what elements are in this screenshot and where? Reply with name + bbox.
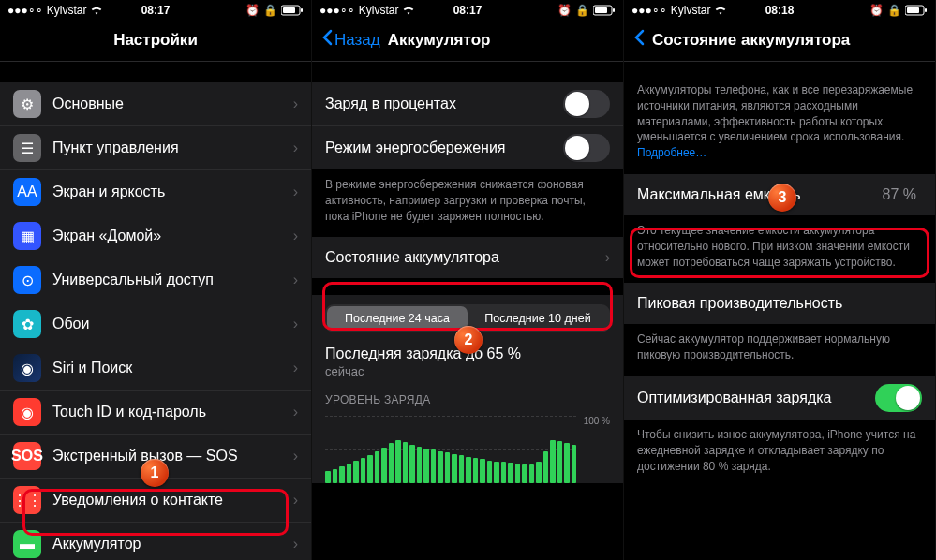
row-label: Состояние аккумулятора <box>325 249 605 266</box>
settings-row-grid[interactable]: ▦Экран «Домой»› <box>0 214 311 258</box>
chart-bar <box>375 451 380 484</box>
page-title: Аккумулятор <box>388 31 491 50</box>
row-label: Пиковая производительность <box>637 295 922 312</box>
chart-bar <box>550 440 556 484</box>
status-time: 08:18 <box>624 4 935 17</box>
switch[interactable] <box>563 90 610 118</box>
status-bar: ●●●∘∘ Kyivstar 08:17 ⏰ 🔒 <box>0 0 311 19</box>
switch[interactable] <box>875 384 922 412</box>
screen-settings: ●●●∘∘ Kyivstar 08:17 ⏰ 🔒 Настройки ⚙Осно… <box>0 0 312 560</box>
toggle-footer: В режиме энергосбережения снижается фоно… <box>312 169 623 237</box>
flower-icon: ✿ <box>13 310 41 338</box>
row-label: Уведомления о контакте <box>52 492 293 508</box>
step-badge-3: 3 <box>768 184 796 212</box>
chart-title: УРОВЕНЬ ЗАРЯДА <box>312 388 623 412</box>
peak-performance-row: Пиковая производительность <box>624 283 935 324</box>
settings-row-battery[interactable]: ▬Аккумулятор› <box>0 523 311 560</box>
siri-icon: ◉ <box>13 354 41 382</box>
page-title: Настройки <box>0 31 311 50</box>
chart-bar <box>487 461 493 483</box>
settings-row-finger[interactable]: ◉Touch ID и код-пароль› <box>0 391 311 435</box>
toggle-label: Заряд в процентах <box>325 96 563 112</box>
row-label: Экстренный вызов — SOS <box>52 448 293 464</box>
settings-row-person[interactable]: ⊙Универсальный доступ› <box>0 258 311 302</box>
chart-bar <box>423 449 429 483</box>
chevron-right-icon: › <box>293 404 298 420</box>
step-badge-1: 1 <box>141 459 169 487</box>
chart-bar <box>459 455 465 483</box>
settings-row-aa[interactable]: AAЭкран и яркость› <box>0 170 311 214</box>
settings-row-gear[interactable]: ⚙Основные› <box>0 82 311 126</box>
chevron-right-icon: › <box>293 360 298 376</box>
sos-icon: SOS <box>13 442 41 470</box>
optimized-footer: Чтобы снизить износ аккумулятора, iPhone… <box>624 420 935 487</box>
switch[interactable] <box>563 134 610 162</box>
chart-bar <box>438 451 443 484</box>
optimized-charging-row[interactable]: Оптимизированная зарядка <box>624 376 935 420</box>
battery-health-row[interactable]: Состояние аккумулятора › <box>312 237 623 278</box>
nav-bar: Состояние аккумулятора <box>624 19 935 62</box>
battery-chart: 100 % <box>325 416 610 483</box>
row-label: Touch ID и код-пароль <box>52 404 293 420</box>
toggle-label: Режим энергосбережения <box>325 140 563 156</box>
chart-bar <box>445 452 451 483</box>
chart-bar <box>367 455 373 483</box>
back-button[interactable] <box>633 29 645 51</box>
row-label: Экран и яркость <box>52 184 293 200</box>
max-capacity-footer: Это текущее значение емкости аккумулятор… <box>624 215 935 283</box>
toggle-low-power[interactable]: Режим энергосбережения <box>312 126 623 169</box>
chart-bar <box>494 462 499 484</box>
toggle-battery-percent[interactable]: Заряд в процентах <box>312 82 623 126</box>
chart-bar <box>403 442 409 484</box>
chart-bar <box>515 464 521 484</box>
status-time: 08:17 <box>0 4 311 17</box>
row-label: Универсальный доступ <box>52 272 293 288</box>
row-label: Экран «Домой» <box>52 228 293 244</box>
chevron-right-icon: › <box>605 249 610 266</box>
nav-bar: Назад Аккумулятор <box>312 19 623 62</box>
row-label: Основные <box>52 96 293 112</box>
settings-row-siri[interactable]: ◉Siri и Поиск› <box>0 346 311 391</box>
chart-y-100: 100 % <box>584 416 610 426</box>
row-label: Обои <box>52 316 293 332</box>
person-icon: ⊙ <box>13 266 41 294</box>
learn-more-link[interactable]: Подробнее… <box>637 146 706 159</box>
chart-bar <box>536 462 542 483</box>
chart-bar <box>501 462 507 483</box>
optimized-group: Оптимизированная зарядка <box>624 376 935 420</box>
screen-battery: ●●●∘∘ Kyivstar 08:17 ⏰ 🔒 Назад Аккумулят… <box>312 0 624 560</box>
chart-bar <box>522 464 527 484</box>
page-title: Состояние аккумулятора <box>652 31 850 50</box>
toggles-icon: ☰ <box>13 134 41 162</box>
chevron-right-icon: › <box>293 228 298 244</box>
row-value: 87 % <box>883 186 916 203</box>
nav-bar: Настройки <box>0 19 311 62</box>
chart-bar <box>529 464 535 483</box>
chart-bar <box>572 445 577 484</box>
back-label: Назад <box>334 31 380 50</box>
row-label: Siri и Поиск <box>52 360 293 376</box>
toggle-group: Заряд в процентах Режим энергосбережения <box>312 82 623 169</box>
chart-bar <box>557 441 563 483</box>
settings-row-toggles[interactable]: ☰Пункт управления› <box>0 126 311 170</box>
seg-24h[interactable]: Последние 24 часа <box>327 306 468 331</box>
chart-bar <box>466 457 471 484</box>
status-time: 08:17 <box>312 4 623 17</box>
finger-icon: ◉ <box>13 398 41 426</box>
chart-bar <box>353 461 359 483</box>
battery-icon: ▬ <box>13 530 41 558</box>
back-button[interactable]: Назад <box>321 29 380 51</box>
chevron-left-icon <box>321 29 333 51</box>
chevron-right-icon: › <box>293 140 298 156</box>
last-charge-sub: сейчас <box>325 364 610 378</box>
peak-footer: Сейчас аккумулятор поддерживает нормальн… <box>624 324 935 376</box>
usage-group: Последние 24 часа Последние 10 дней Посл… <box>312 295 623 483</box>
settings-list: ⚙Основные›☰Пункт управления›AAЭкран и яр… <box>0 82 311 560</box>
seg-10d[interactable]: Последние 10 дней <box>468 306 608 331</box>
chart-bar <box>347 464 352 484</box>
screen-battery-health: ●●●∘∘ Kyivstar 08:18 ⏰ 🔒 Состояние аккум… <box>624 0 936 560</box>
settings-row-flower[interactable]: ✿Обои› <box>0 302 311 346</box>
chart-bar <box>395 440 401 484</box>
chart-bar <box>452 454 457 484</box>
dots-icon: ⋮⋮ <box>13 486 41 514</box>
